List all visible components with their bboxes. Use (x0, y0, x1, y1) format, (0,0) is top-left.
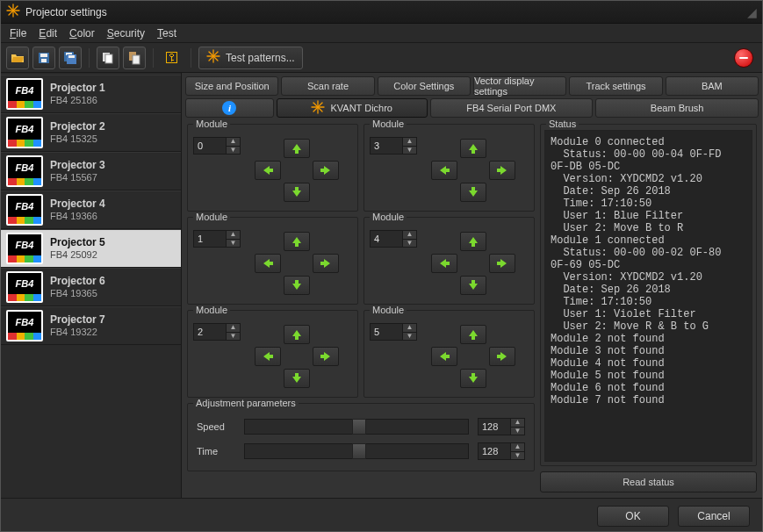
arrow-left-button[interactable] (255, 161, 281, 180)
arrow-right-button[interactable] (313, 161, 339, 180)
adj-value[interactable] (479, 443, 510, 459)
arrow-left-button[interactable] (431, 347, 457, 366)
module-value[interactable] (194, 231, 226, 247)
svg-rect-5 (40, 54, 47, 57)
paste-button[interactable] (123, 47, 146, 69)
arrow-up-button[interactable] (284, 325, 310, 344)
tab-bam[interactable]: BAM (666, 76, 759, 96)
module-label: Module (370, 305, 407, 315)
read-status-button[interactable]: Read status (540, 471, 757, 492)
arrow-down-button[interactable] (460, 183, 486, 202)
arrow-right-button[interactable] (489, 347, 515, 366)
arrow-up-button[interactable] (284, 139, 310, 158)
projector-item[interactable]: FB4 Projector 4 FB4 19366 (1, 191, 181, 229)
menu-file[interactable]: File (10, 27, 26, 40)
module-value[interactable] (194, 324, 226, 340)
tab-vector-display-settings[interactable]: Vector display settings (473, 76, 566, 96)
menu-test[interactable]: Test (157, 27, 176, 40)
adj-slider[interactable] (244, 419, 469, 435)
test-patterns-label: Test patterns... (226, 52, 295, 64)
arrow-right-button[interactable] (313, 254, 339, 273)
spin-down-icon[interactable]: ▼ (402, 240, 416, 248)
menu-color[interactable]: Color (69, 27, 95, 40)
module-group: Module ▲▼ (187, 310, 358, 398)
tab-track-settings[interactable]: Track settings (569, 76, 662, 96)
spin-down-icon[interactable]: ▼ (402, 333, 416, 341)
spin-down-icon[interactable]: ▼ (402, 147, 416, 155)
projector-thumb: FB4 (6, 78, 43, 110)
tab-kvant-dichro[interactable]: KVANT Dichro (277, 98, 428, 118)
arrow-down-button[interactable] (460, 276, 486, 295)
adj-slider[interactable] (244, 443, 469, 459)
shade-icon[interactable]: ◢ (747, 5, 757, 19)
arrow-down-button[interactable] (460, 369, 486, 388)
projector-name: Projector 2 (50, 120, 105, 133)
arrow-left-button[interactable] (255, 254, 281, 273)
module-spinner[interactable]: ▲▼ (193, 230, 241, 248)
arrow-right-button[interactable] (489, 254, 515, 273)
module-spinner[interactable]: ▲▼ (193, 137, 241, 155)
arrow-left-button[interactable] (255, 347, 281, 366)
arrow-up-button[interactable] (284, 232, 310, 251)
dialog-footer: OK Cancel (1, 498, 762, 532)
status-title: Status (546, 120, 579, 129)
adj-label: Speed (197, 421, 235, 432)
module-value[interactable] (371, 231, 402, 247)
tab-info[interactable]: i (185, 98, 274, 118)
arrow-right-button[interactable] (489, 161, 515, 180)
module-value[interactable] (194, 138, 226, 154)
adj-spinner[interactable]: ▲▼ (478, 442, 525, 460)
projector-item[interactable]: FB4 Projector 3 FB4 15567 (1, 152, 181, 191)
module-spinner[interactable]: ▲▼ (193, 323, 241, 341)
arrow-down-button[interactable] (284, 183, 310, 202)
tab-color-settings[interactable]: Color Settings (378, 76, 471, 96)
arrow-left-button[interactable] (431, 161, 457, 180)
arrow-left-button[interactable] (431, 254, 457, 273)
key-icon[interactable]: ⚿ (161, 47, 184, 69)
stop-button[interactable] (734, 48, 753, 68)
tab-size-and-position[interactable]: Size and Position (185, 76, 278, 96)
menu-edit[interactable]: Edit (39, 27, 57, 40)
copy-button[interactable] (97, 47, 119, 69)
status-group: Status Module 0 connected Status: 00-00 … (540, 124, 757, 466)
spin-down-icon[interactable]: ▼ (510, 428, 524, 435)
projector-name: Projector 4 (50, 198, 105, 210)
cancel-button[interactable]: Cancel (678, 506, 750, 527)
adj-spinner[interactable]: ▲▼ (478, 418, 525, 435)
ok-button[interactable]: OK (597, 506, 669, 527)
arrow-up-button[interactable] (460, 232, 486, 251)
module-spinner[interactable]: ▲▼ (370, 230, 417, 248)
adj-value[interactable] (479, 419, 510, 435)
arrow-right-button[interactable] (313, 347, 339, 366)
arrow-down-button[interactable] (284, 276, 310, 295)
projector-thumb: FB4 (6, 194, 43, 226)
menu-security[interactable]: Security (107, 27, 145, 40)
projector-item[interactable]: FB4 Projector 1 FB4 25186 (1, 75, 181, 113)
spin-down-icon[interactable]: ▼ (226, 333, 240, 341)
module-spinner[interactable]: ▲▼ (370, 323, 417, 341)
status-text: Module 0 connected Status: 00-00 00-04 0… (544, 130, 752, 462)
module-group: Module ▲▼ (364, 310, 535, 398)
projector-item[interactable]: FB4 Projector 2 FB4 15325 (1, 113, 181, 152)
projector-item[interactable]: FB4 Projector 5 FB4 25092 (1, 229, 181, 268)
projector-item[interactable]: FB4 Projector 6 FB4 19365 (1, 268, 181, 306)
module-value[interactable] (371, 324, 402, 340)
open-button[interactable] (6, 47, 29, 69)
projector-item[interactable]: FB4 Projector 7 FB4 19322 (1, 306, 181, 345)
module-value[interactable] (371, 138, 402, 154)
spin-down-icon[interactable]: ▼ (226, 240, 240, 248)
save-button[interactable] (32, 47, 55, 69)
spin-down-icon[interactable]: ▼ (510, 452, 524, 460)
arrow-up-button[interactable] (460, 139, 486, 158)
spin-down-icon[interactable]: ▼ (226, 147, 240, 155)
saveas-button[interactable] (59, 47, 82, 69)
tab-fb4-serial-port-dmx[interactable]: FB4 Serial Port DMX (430, 98, 594, 118)
module-group: Module ▲▼ (187, 217, 358, 305)
arrow-down-button[interactable] (284, 369, 310, 388)
tab-scan-rate[interactable]: Scan rate (281, 76, 374, 96)
tab-beam-brush[interactable]: Beam Brush (595, 98, 759, 118)
arrow-up-button[interactable] (460, 325, 486, 344)
module-spinner[interactable]: ▲▼ (370, 137, 417, 155)
module-label: Module (193, 212, 230, 222)
test-patterns-button[interactable]: Test patterns... (198, 47, 303, 69)
